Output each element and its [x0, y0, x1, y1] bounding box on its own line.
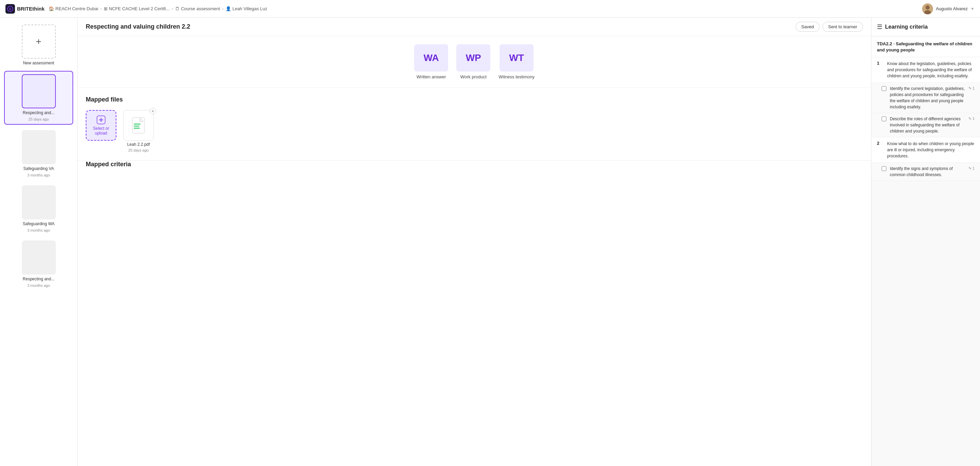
type-card-wa[interactable]: WA Written answer [414, 44, 448, 79]
mapped-files-title: Mapped files [86, 96, 863, 103]
type-card-wp[interactable]: WP Work product [456, 44, 490, 79]
upload-plus-icon [96, 115, 106, 124]
right-panel-title: Learning criteria [885, 24, 928, 30]
breadcrumb-course[interactable]: ⊞ NCFE CACHE Level 2 Certifi... [104, 6, 169, 11]
sidebar-thumb-2 [22, 185, 56, 219]
home-icon: 🏠 [49, 6, 54, 11]
breadcrumb-assessment[interactable]: 🗒 Course assessment [175, 6, 220, 11]
sidebar-date-1: 3 months ago [27, 173, 50, 177]
type-card-label-wt: Witness testimony [498, 74, 534, 79]
chevron-down-icon[interactable]: ▼ [970, 6, 975, 11]
criteria-num-2: 2 [877, 141, 884, 146]
logo-icon: b [5, 4, 15, 14]
file-card-0: × Leah 2.2.pdf 25 days ago [123, 110, 154, 152]
criteria-category: TDA2.2 · Safeguarding the welfare of chi… [872, 37, 980, 57]
criteria-item-2: 2 Know what to do when children or young… [872, 137, 980, 163]
sidebar-item-1[interactable]: Safeguarding VA 3 months ago [4, 128, 73, 180]
sidebar-item-0[interactable]: Respecting and... 25 days ago [4, 71, 73, 124]
sub-criteria-item-2-1: Identify the signs and symptoms of commo… [872, 163, 980, 181]
plus-icon: + [36, 36, 41, 47]
list-icon: ☰ [877, 23, 882, 31]
breadcrumb-learner[interactable]: 👤 Leah Villegas Luz [226, 6, 267, 11]
file-close-btn[interactable]: × [150, 108, 156, 114]
breadcrumb-sep-3: › [222, 6, 224, 11]
type-card-label-wa: Written answer [417, 74, 446, 79]
avatar[interactable] [922, 3, 933, 14]
criteria-category-title: TDA2.2 · Safeguarding the welfare of chi… [877, 41, 972, 53]
file-upload-btn[interactable]: Select or upload [86, 110, 116, 141]
sidebar-label-2: Safeguarding WA [23, 222, 55, 226]
breadcrumb-sep-2: › [172, 6, 173, 11]
mapped-criteria-title: Mapped criteria [86, 161, 863, 168]
type-card-box-wa: WA [414, 44, 448, 72]
right-panel-header: ☰ Learning criteria [872, 18, 980, 37]
mapped-criteria-section: Mapped criteria [78, 161, 871, 183]
criteria-edit-icon-1-1[interactable]: ✎ 1 [969, 86, 975, 91]
svg-point-3 [926, 5, 930, 10]
sub-criteria-text-1-1: Identify the current legislation, guidel… [890, 86, 965, 110]
upload-label: Select or upload [86, 126, 116, 136]
sub-criteria-text-2-1: Identify the signs and symptoms of commo… [890, 166, 965, 178]
person-icon: 👤 [226, 6, 231, 11]
sidebar-item-2[interactable]: Safeguarding WA 3 months ago [4, 183, 73, 235]
file-name-0: Leah 2.2.pdf [127, 142, 150, 147]
svg-rect-10 [134, 124, 140, 124]
new-assessment-label: New assessment [23, 61, 54, 65]
criteria-check-2-1[interactable] [882, 166, 886, 171]
right-panel: ☰ Learning criteria TDA2.2 · Safeguardin… [871, 18, 980, 466]
main-layout: + New assessment Respecting and... 25 da… [0, 18, 980, 466]
breadcrumb-sep-1: › [100, 6, 102, 11]
grid-icon: ⊞ [104, 6, 108, 11]
logo[interactable]: b BRITEthink [5, 4, 45, 14]
criteria-edit-icon-1-2[interactable]: ✎ 1 [969, 116, 975, 121]
type-card-label-wp: Work product [460, 74, 487, 79]
criteria-num-1: 1 [877, 61, 884, 66]
doc-icon: 🗒 [175, 6, 180, 11]
sidebar-thumb-3 [22, 241, 56, 274]
sidebar-date-3: 3 months ago [27, 283, 50, 287]
file-card-box-0 [123, 110, 154, 141]
user-name: Augusto Alvarez [936, 6, 968, 11]
new-assessment-thumb: + [22, 24, 56, 59]
type-card-box-wt: WT [500, 44, 533, 72]
type-card-box-wp: WP [456, 44, 490, 72]
new-assessment-item[interactable]: + New assessment [4, 22, 73, 68]
page-title: Respecting and valuing children 2.2 [86, 23, 190, 30]
content-header: Respecting and valuing children 2.2 Save… [78, 18, 871, 36]
sidebar-thumb-0 [22, 74, 56, 109]
sidebar-thumb-1 [22, 130, 56, 164]
sidebar-date-0: 25 days ago [29, 117, 49, 121]
topnav: b BRITEthink 🏠 REACH Centre Dubai › ⊞ NC… [0, 0, 980, 18]
criteria-text-2: Know what to do when children or young p… [887, 141, 975, 159]
mapped-files-section: Mapped files Select or upload × [78, 88, 871, 160]
topnav-right: Augusto Alvarez ▼ [922, 3, 975, 14]
breadcrumb: 🏠 REACH Centre Dubai › ⊞ NCFE CACHE Leve… [49, 6, 267, 11]
sidebar-item-3[interactable]: Respecting and... 3 months ago [4, 238, 73, 290]
criteria-text-1: Know about the legislation, guidelines, … [887, 61, 975, 79]
files-row: Select or upload × Leah [86, 110, 863, 152]
criteria-check-1-2[interactable] [882, 116, 886, 121]
breadcrumb-home[interactable]: 🏠 REACH Centre Dubai [49, 6, 98, 11]
pdf-icon [132, 117, 145, 134]
svg-text:b: b [9, 7, 11, 11]
svg-rect-12 [134, 128, 140, 129]
svg-rect-8 [132, 118, 145, 133]
criteria-edit-icon-2-1[interactable]: ✎ 1 [969, 166, 975, 171]
main-content: Respecting and valuing children 2.2 Save… [78, 18, 871, 466]
header-buttons: Saved Sent to learner [795, 22, 863, 32]
criteria-check-1-1[interactable] [882, 86, 886, 91]
topnav-left: b BRITEthink 🏠 REACH Centre Dubai › ⊞ NC… [5, 4, 267, 14]
sub-criteria-item-1-1: Identify the current legislation, guidel… [872, 83, 980, 113]
type-card-wt[interactable]: WT Witness testimony [498, 44, 534, 79]
sidebar-label-0: Respecting and... [23, 110, 54, 115]
sidebar: + New assessment Respecting and... 25 da… [0, 18, 78, 466]
sidebar-date-2: 3 months ago [27, 228, 50, 232]
svg-rect-11 [134, 126, 139, 127]
logo-text: BRITEthink [17, 6, 45, 11]
sent-to-learner-button[interactable]: Sent to learner [822, 22, 863, 32]
type-cards: WA Written answer WP Work product WT Wit… [78, 36, 871, 88]
saved-button[interactable]: Saved [795, 22, 820, 32]
sub-criteria-text-1-2: Describe the roles of different agencies… [890, 116, 965, 134]
sub-criteria-item-1-2: Describe the roles of different agencies… [872, 113, 980, 137]
sidebar-label-1: Safeguarding VA [24, 166, 54, 171]
